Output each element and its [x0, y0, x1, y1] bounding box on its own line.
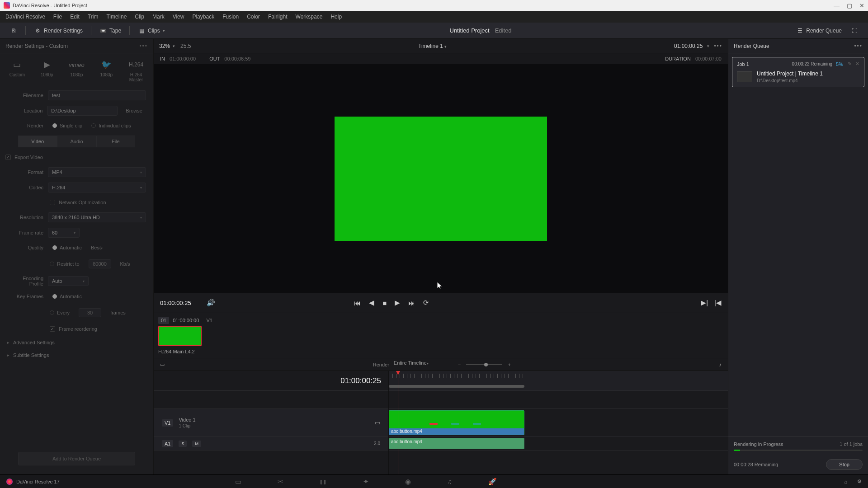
zoom-in-button[interactable]: + — [508, 362, 510, 367]
video-clip[interactable]: abc button.mp4 — [389, 410, 524, 435]
advanced-settings[interactable]: ▸Advanced Settings — [0, 336, 153, 349]
quality-best-select[interactable]: Best▾ — [91, 245, 127, 250]
video-track-header[interactable]: V1 Video 1 1 Clip ▭ — [154, 409, 388, 437]
volume-icon[interactable]: 🔊 — [207, 299, 215, 307]
network-opt-checkbox[interactable] — [50, 200, 55, 205]
tape-button[interactable]: 📼Tape — [95, 26, 126, 36]
export-video-checkbox[interactable]: ✓ — [5, 155, 11, 160]
render-scope-select[interactable]: Entire Timeline▾ — [394, 360, 448, 369]
menu-edit[interactable]: Edit — [70, 14, 80, 20]
browse-button[interactable]: Browse — [122, 108, 146, 113]
zoom-dropdown-icon[interactable]: ▾ — [173, 44, 175, 48]
menu-fusion[interactable]: Fusion — [222, 14, 239, 20]
restrict-radio[interactable]: Restrict to — [50, 261, 80, 267]
render-job[interactable]: Job 1 00:00:22 Remaining 5% ✎ ✕ Untitled… — [732, 57, 864, 87]
menu-timeline[interactable]: Timeline — [106, 14, 127, 20]
play-button[interactable]: ▶ — [395, 299, 400, 307]
single-clip-radio[interactable]: Single clip — [52, 123, 82, 128]
playhead[interactable] — [398, 371, 398, 474]
menu-file[interactable]: File — [53, 14, 62, 20]
resolution-select[interactable]: 3840 x 2160 Ultra HD▾ — [48, 212, 146, 222]
frame-reorder-checkbox[interactable]: ✓ — [50, 326, 55, 332]
format-select[interactable]: MP4▾ — [48, 167, 146, 177]
tab-video[interactable]: Video — [18, 136, 57, 147]
preset-youtube[interactable]: ▶ — [35, 59, 59, 70]
home-icon[interactable]: ⌂ — [844, 479, 847, 484]
menu-app[interactable]: DaVinci Resolve — [5, 14, 45, 20]
minimize-button[interactable]: — — [834, 2, 840, 9]
menu-clip[interactable]: Clip — [135, 14, 144, 20]
tab-file[interactable]: File — [96, 136, 135, 147]
menu-fairlight[interactable]: Fairlight — [268, 14, 288, 20]
restrict-input[interactable] — [89, 259, 111, 268]
render-settings-button[interactable]: ⚙Render Settings — [29, 26, 87, 36]
audio-track-header[interactable]: A1 S M 2.0 — [154, 437, 388, 450]
menu-view[interactable]: View — [173, 14, 184, 20]
zoom-out-button[interactable]: − — [458, 362, 461, 367]
codec-select[interactable]: H.264▾ — [48, 183, 146, 192]
solo-button[interactable]: S — [179, 441, 187, 447]
clips-button[interactable]: ▦Clips▾ — [133, 26, 170, 36]
job-edit-icon[interactable]: ✎ — [848, 61, 852, 67]
menu-trim[interactable]: Trim — [88, 14, 99, 20]
menu-mark[interactable]: Mark — [152, 14, 165, 20]
menu-color[interactable]: Color — [247, 14, 260, 20]
transport-timecode[interactable]: 01:00:00:25 — [160, 300, 191, 306]
menu-workspace[interactable]: Workspace — [296, 14, 323, 20]
kf-value-input[interactable] — [79, 308, 101, 317]
viewer[interactable] — [154, 64, 728, 293]
framerate-select[interactable]: 60▾ — [48, 228, 80, 238]
quick-export-button[interactable]: ⎘ — [5, 26, 22, 35]
zoom-percent[interactable]: 32% — [159, 43, 170, 49]
deliver-page-icon[interactable]: 🚀 — [488, 478, 497, 486]
maximize-button[interactable]: ▢ — [847, 2, 852, 9]
render-queue-button[interactable]: ☰Render Queue — [792, 26, 846, 36]
cut-page-icon[interactable]: ✂ — [278, 478, 283, 486]
menu-help[interactable]: Help — [330, 14, 342, 20]
last-frame-button[interactable]: ⏭ — [408, 299, 415, 307]
stop-playback-button[interactable]: ■ — [382, 299, 387, 307]
viewer-menu-icon[interactable]: ••• — [714, 43, 722, 49]
edit-page-icon[interactable]: ⫿⫿ — [320, 478, 327, 486]
encprof-select[interactable]: Auto▾ — [48, 276, 89, 286]
viewer-timeline-name[interactable]: Timeline 1 ▾ — [191, 43, 674, 49]
location-input[interactable] — [47, 106, 118, 116]
viewer-timecode[interactable]: 01:00:00:25 — [674, 43, 703, 49]
kf-auto-radio[interactable]: Automatic — [52, 294, 82, 299]
mute-button[interactable]: M — [192, 441, 201, 447]
next-clip-button[interactable]: ▶| — [701, 299, 708, 307]
clip-thumbnail[interactable] — [158, 326, 202, 346]
subtitle-settings[interactable]: ▸Subtitle Settings — [0, 349, 153, 361]
kf-every-radio[interactable]: Every — [50, 310, 70, 315]
quality-auto-radio[interactable]: Automatic — [52, 245, 82, 250]
prev-clip-button[interactable]: |◀ — [714, 299, 722, 307]
timeline-tracks[interactable]: abc button.mp4 abc button.mp4 — [389, 371, 728, 474]
settings-icon[interactable]: ⚙ — [857, 479, 862, 484]
expand-button[interactable]: ⛶ — [846, 26, 863, 35]
preset-vimeo[interactable]: vimeo — [65, 59, 89, 70]
queue-menu-icon[interactable]: ••• — [854, 43, 863, 49]
individual-clips-radio[interactable]: Individual clips — [91, 123, 131, 128]
timeline-view-icon[interactable]: ▭ — [160, 361, 165, 367]
media-page-icon[interactable]: ▭ — [235, 478, 241, 486]
timeline-ruler[interactable] — [389, 371, 728, 391]
preset-h264[interactable]: H.264 — [124, 59, 148, 70]
loop-button[interactable]: ⟳ — [423, 299, 429, 307]
tab-audio[interactable]: Audio — [57, 136, 96, 147]
menu-playback[interactable]: Playback — [192, 14, 214, 20]
viewer-tc-menu-icon[interactable]: ▾ — [707, 44, 709, 48]
preset-custom[interactable]: ▭ — [5, 59, 29, 70]
step-back-button[interactable]: ◀ — [369, 299, 374, 307]
fusion-page-icon[interactable]: ✦ — [363, 478, 369, 486]
music-icon[interactable]: ♪ — [719, 362, 722, 367]
timeline-timecode[interactable]: 01:00:00:25 — [154, 371, 388, 391]
fairlight-page-icon[interactable]: ♫ — [447, 478, 452, 486]
panel-menu-icon[interactable]: ••• — [139, 43, 148, 49]
first-frame-button[interactable]: ⏮ — [354, 299, 361, 307]
close-button[interactable]: ✕ — [859, 2, 864, 9]
job-remove-icon[interactable]: ✕ — [855, 61, 859, 67]
filename-input[interactable] — [48, 90, 146, 100]
scrubber[interactable] — [181, 293, 701, 295]
add-to-queue-button[interactable]: Add to Render Queue — [18, 452, 135, 465]
track-display-icon[interactable]: ▭ — [375, 419, 380, 426]
